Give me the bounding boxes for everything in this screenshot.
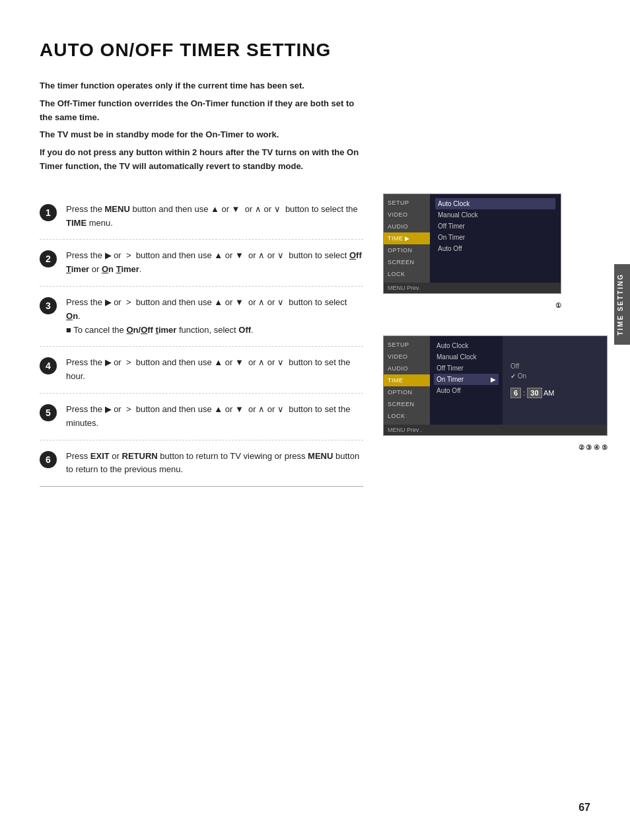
step-number-2: 2	[40, 250, 57, 267]
menu-screenshot-2-group: SETUP VIDEO AUDIO TIME OPTION SCREEN LOC…	[383, 335, 608, 451]
menu-item-audio: AUDIO	[384, 221, 430, 232]
m2-audio: AUDIO	[384, 363, 430, 374]
menu-right-col-1: Auto Clock Manual Clock Off Timer On Tim…	[430, 194, 561, 283]
page-title: AUTO ON/OFF TIMER SETTING	[40, 40, 590, 61]
step-5: 5 Press the ▶ or > button and then use ▲…	[40, 394, 363, 440]
step-1: 1 Press the MENU button and then use ▲ o…	[40, 193, 363, 240]
m2-time-display: 6 : 30 AM	[508, 386, 602, 400]
m2-video: VIDEO	[384, 351, 430, 363]
content-area: 1 Press the MENU button and then use ▲ o…	[40, 193, 590, 487]
side-tab: TIME SETTING	[614, 264, 630, 345]
m2-ampm: AM	[543, 389, 555, 397]
step-1-text: Press the MENU button and then use ▲ or …	[66, 203, 363, 230]
intro-p4: If you do not press any button within 2 …	[40, 146, 363, 174]
menu-screen-1-inner: SETUP VIDEO AUDIO TIME ▶ OPTION SCREEN L…	[384, 194, 561, 283]
m2-screen: SCREEN	[384, 398, 430, 410]
menu-item-setup: SETUP	[384, 197, 430, 209]
menu-opt-ontimer: On Timer	[435, 232, 555, 243]
images-column: SETUP VIDEO AUDIO TIME ▶ OPTION SCREEN L…	[383, 193, 608, 487]
menu-item-option: OPTION	[384, 244, 430, 256]
step-3: 3 Press the ▶ or > button and then use ▲…	[40, 287, 363, 347]
m2-autoclock: Auto Clock	[434, 340, 499, 351]
step-number-6: 6	[40, 451, 57, 468]
m2-time: TIME	[384, 374, 430, 386]
steps-2345-ref: ② ③ ④ ⑤	[578, 444, 608, 451]
step-number-3: 3	[40, 297, 57, 314]
menu-screen-2: SETUP VIDEO AUDIO TIME OPTION SCREEN LOC…	[383, 335, 608, 436]
page: AUTO ON/OFF TIMER SETTING The timer func…	[0, 0, 630, 840]
m2-lock: LOCK	[384, 410, 430, 422]
menu-item-screen: SCREEN	[384, 256, 430, 268]
page-number: 67	[578, 802, 590, 814]
menu-bottom-label-1: MENU Prev.	[388, 285, 420, 291]
menu-left-col-1: SETUP VIDEO AUDIO TIME ▶ OPTION SCREEN L…	[384, 194, 430, 283]
step-4-text: Press the ▶ or > button and then use ▲ o…	[66, 356, 363, 384]
menu-screen-1: SETUP VIDEO AUDIO TIME ▶ OPTION SCREEN L…	[383, 193, 561, 294]
menu-screen-2-inner: SETUP VIDEO AUDIO TIME OPTION SCREEN LOC…	[384, 336, 607, 425]
step-6: 6 Press EXIT or RETURN button to return …	[40, 440, 363, 487]
m2-manualclock: Manual Clock	[434, 351, 499, 363]
step-6-text: Press EXIT or RETURN button to return to…	[66, 450, 363, 477]
screen-label-1: ①	[383, 302, 561, 309]
step-number-5: 5	[40, 404, 57, 421]
menu-bottom-label-2: MENU Prev .	[388, 427, 423, 433]
screen-label-2: ② ③ ④ ⑤	[383, 444, 608, 451]
m2-ontimer: On Timer ▶	[434, 374, 499, 385]
m2-setup: SETUP	[384, 339, 430, 351]
menu-opt-autooff: Auto Off	[435, 243, 555, 254]
menu-screenshot-1-group: SETUP VIDEO AUDIO TIME ▶ OPTION SCREEN L…	[383, 193, 608, 309]
intro-text: The timer function operates only if the …	[40, 79, 363, 174]
m2-right-off: Off	[508, 361, 602, 371]
step-2-text: Press the ▶ or > button and then use ▲ o…	[66, 249, 363, 277]
menu2-left-col: SETUP VIDEO AUDIO TIME OPTION SCREEN LOC…	[384, 336, 430, 425]
m2-hour-box: 6	[510, 388, 521, 398]
intro-p1: The timer function operates only if the …	[40, 79, 363, 93]
menu-bottom-1: MENU Prev.	[384, 283, 561, 293]
side-tab-label: TIME SETTING	[617, 273, 624, 335]
menu-opt-autoclock: Auto Clock	[435, 198, 555, 209]
menu-opt-manualclock: Manual Clock	[435, 209, 555, 221]
m2-right-on: On	[508, 371, 602, 381]
intro-p2: The Off-Timer function overrides the On-…	[40, 97, 363, 125]
m2-autooff: Auto Off	[434, 385, 499, 396]
step-number-4: 4	[40, 357, 57, 374]
menu-item-video: VIDEO	[384, 209, 430, 221]
step-3-bullet: ■ To cancel the On/Off timer function, s…	[66, 325, 254, 335]
step-3-text: Press the ▶ or > button and then use ▲ o…	[66, 296, 363, 337]
m2-offtimer: Off Timer	[434, 363, 499, 374]
steps-column: 1 Press the MENU button and then use ▲ o…	[40, 193, 363, 487]
m2-min-box: 30	[527, 388, 542, 398]
menu2-right-col: Off On 6 : 30 AM	[503, 336, 607, 425]
m2-option: OPTION	[384, 386, 430, 398]
menu-item-lock: LOCK	[384, 268, 430, 280]
menu-opt-offtimer: Off Timer	[435, 221, 555, 232]
menu2-mid-col: Auto Clock Manual Clock Off Timer On Tim…	[430, 336, 503, 425]
intro-p3: The TV must be in standby mode for the O…	[40, 128, 363, 142]
m2-ontimer-arrow: ▶	[491, 376, 496, 383]
step-5-text: Press the ▶ or > button and then use ▲ o…	[66, 403, 363, 431]
menu-item-time: TIME ▶	[384, 232, 430, 244]
menu-bottom-2: MENU Prev .	[384, 425, 607, 435]
step-2: 2 Press the ▶ or > button and then use ▲…	[40, 240, 363, 287]
step-4: 4 Press the ▶ or > button and then use ▲…	[40, 347, 363, 394]
step-number-1: 1	[40, 204, 57, 221]
